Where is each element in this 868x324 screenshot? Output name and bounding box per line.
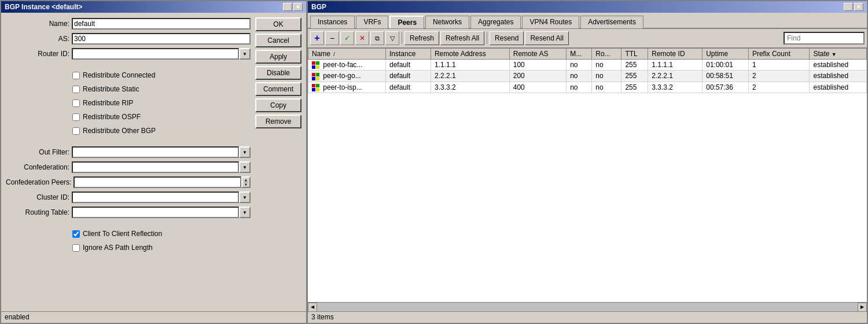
tab-aggregates[interactable]: Aggregates — [470, 16, 521, 28]
resend-btn[interactable]: Resend — [490, 31, 524, 45]
right-status-bar: 3 items — [308, 311, 867, 323]
out-filter-dropdown-btn[interactable]: ▼ — [239, 146, 251, 158]
refresh-btn[interactable]: Refresh — [404, 31, 439, 45]
col-instance[interactable]: Instance — [386, 49, 431, 60]
confederation-peers-label: Confederation Peers: — [6, 178, 71, 186]
left-close-btn[interactable]: ✕ — [293, 3, 303, 11]
redist-other-bgp-checkbox[interactable] — [72, 127, 80, 135]
routing-table-input[interactable] — [72, 207, 239, 218]
peer-icon — [312, 73, 319, 80]
redist-connected-label: Redistribute Connected — [83, 71, 155, 79]
name-label: Name: — [6, 20, 69, 28]
apply-button[interactable]: Apply — [255, 50, 301, 64]
redist-connected-checkbox[interactable] — [72, 72, 80, 79]
confederation-peers-row: Confederation Peers: ▲ ▼ — [6, 176, 251, 189]
x-btn[interactable]: ✕ — [355, 31, 369, 45]
cell-remote-id: 2.2.2.1 — [648, 71, 703, 82]
tab-peers[interactable]: Peers — [389, 16, 424, 28]
right-minimize-btn[interactable]: □ — [844, 3, 853, 11]
out-filter-input[interactable] — [72, 146, 239, 158]
cell-remote-id: 3.3.3.2 — [648, 82, 703, 93]
filter-btn[interactable]: ▽ — [385, 31, 399, 45]
horizontal-scrollbar[interactable]: ◀ ▶ — [308, 302, 867, 311]
redist-ospf-checkbox[interactable] — [72, 113, 80, 121]
table-row[interactable]: peer-to-go...default2.2.2.1200nono2552.2… — [308, 71, 867, 82]
router-id-row: Router ID: ▼ — [6, 47, 251, 60]
client-reflection-checkbox[interactable] — [72, 230, 80, 238]
table-row[interactable]: peer-to-fac...default1.1.1.1100nono2551.… — [308, 60, 867, 71]
client-reflection-label: Client To Client Reflection — [83, 230, 162, 238]
tab-networks[interactable]: Networks — [425, 16, 469, 28]
cell-instance: default — [386, 60, 431, 71]
tab-vrfs[interactable]: VRFs — [356, 16, 388, 28]
cluster-id-dropdown-btn[interactable]: ▼ — [239, 192, 251, 203]
ok-button[interactable]: OK — [255, 17, 301, 31]
confederation-peers-dropdown-btn[interactable]: ▲ ▼ — [241, 176, 251, 188]
right-close-btn[interactable]: ✕ — [854, 3, 863, 11]
left-minimize-btn[interactable]: □ — [283, 3, 292, 11]
confederation-dropdown-btn[interactable]: ▼ — [239, 161, 251, 173]
table-body: peer-to-fac...default1.1.1.1100nono2551.… — [308, 60, 867, 93]
add-btn[interactable]: + — [310, 31, 324, 45]
cell-state: established — [810, 71, 867, 82]
redist-connected-row: Redistribute Connected — [72, 69, 251, 81]
col-uptime[interactable]: Uptime — [703, 49, 749, 60]
tab-vpn4-routes[interactable]: VPN4 Routes — [522, 16, 579, 28]
confederation-field: ▼ — [72, 161, 251, 173]
confederation-row: Confederation: ▼ — [6, 161, 251, 174]
redist-static-row: Redistribute Static — [72, 83, 251, 95]
cell-name: peer-to-isp... — [308, 82, 386, 93]
comment-button[interactable]: Comment — [255, 82, 301, 96]
cluster-id-input[interactable] — [72, 192, 239, 203]
cell-state: established — [810, 60, 867, 71]
cell-instance: default — [386, 82, 431, 93]
col-remote-address[interactable]: Remote Address — [431, 49, 509, 60]
scroll-track[interactable] — [317, 303, 858, 312]
col-state[interactable]: State ▼ — [810, 49, 867, 60]
confederation-input[interactable] — [72, 161, 239, 173]
copy-tool-btn[interactable]: ⧉ — [370, 31, 384, 45]
col-ttl[interactable]: TTL — [621, 49, 648, 60]
refresh-all-btn[interactable]: Refresh All — [440, 31, 484, 45]
copy-button[interactable]: Copy — [255, 98, 301, 112]
resend-all-btn[interactable]: Resend All — [525, 31, 568, 45]
remove-btn[interactable]: − — [325, 31, 339, 45]
find-input[interactable] — [784, 32, 865, 45]
remove-button[interactable]: Remove — [255, 115, 301, 128]
col-prefix-count[interactable]: Prefix Count — [748, 49, 810, 60]
cell-prefix-count: 2 — [748, 82, 810, 93]
ignore-as-path-checkbox[interactable] — [72, 244, 80, 252]
scroll-left-btn[interactable]: ◀ — [308, 303, 317, 312]
tab-instances[interactable]: Instances — [310, 16, 355, 28]
col-remote-id[interactable]: Remote ID — [648, 49, 703, 60]
left-title: BGP Instance <default> — [5, 3, 83, 11]
scroll-right-btn[interactable]: ▶ — [858, 303, 867, 312]
col-m[interactable]: M... — [567, 49, 592, 60]
cancel-button[interactable]: Cancel — [255, 34, 301, 47]
out-filter-row: Out Filter: ▼ — [6, 146, 251, 159]
name-input[interactable] — [72, 18, 251, 30]
disable-button[interactable]: Disable — [255, 66, 301, 80]
left-status-bar: enabled — [1, 311, 306, 323]
as-input[interactable] — [72, 33, 251, 45]
col-remote-as[interactable]: Remote AS — [509, 49, 566, 60]
routing-table-row: Routing Table: ▼ — [6, 206, 251, 219]
col-ro[interactable]: Ro... — [592, 49, 621, 60]
table-row[interactable]: peer-to-isp...default3.3.3.2400nono2553.… — [308, 82, 867, 93]
routing-table-dropdown-btn[interactable]: ▼ — [239, 207, 251, 218]
router-id-input[interactable] — [72, 48, 239, 60]
router-id-dropdown-btn[interactable]: ▼ — [239, 48, 251, 60]
redist-rip-checkbox[interactable] — [72, 100, 80, 107]
tab-advertisements[interactable]: Advertisements — [580, 16, 643, 28]
check-btn[interactable]: ✓ — [340, 31, 354, 45]
out-filter-label: Out Filter: — [6, 148, 69, 156]
cell-remote-address: 3.3.3.2 — [431, 82, 509, 93]
right-title: BGP — [311, 3, 326, 11]
redist-static-checkbox[interactable] — [72, 86, 80, 93]
redist-rip-label: Redistribute RIP — [83, 99, 133, 107]
confederation-peers-input[interactable] — [73, 176, 241, 188]
col-name[interactable]: Name / — [308, 49, 386, 60]
router-id-label: Router ID: — [6, 50, 69, 58]
toolbar-sep1 — [402, 32, 402, 44]
confederation-label: Confederation: — [6, 163, 69, 171]
